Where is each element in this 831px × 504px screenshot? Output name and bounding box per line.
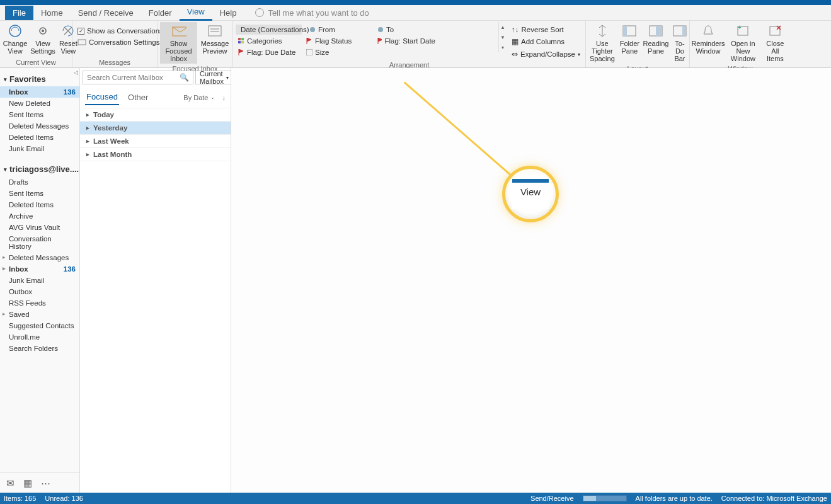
tab-sendreceive[interactable]: Send / Receive xyxy=(71,6,141,20)
tab-view[interactable]: View xyxy=(180,4,212,21)
folder-pane-button[interactable]: Folder Pane xyxy=(619,22,641,56)
arrange-flagdue-button[interactable]: Flag: Due Date xyxy=(236,47,299,57)
svg-point-10 xyxy=(378,27,383,32)
nav-item-new-deleted[interactable]: New Deleted xyxy=(0,98,79,109)
show-as-conversations-checkbox[interactable]: ✓Show as Conversations xyxy=(75,26,168,36)
add-columns-button[interactable]: ▦Add Columns xyxy=(509,36,583,47)
expand-collapse-button[interactable]: ⇔Expand/Collapse▾ xyxy=(509,49,583,60)
tell-me-placeholder: Tell me what you want to do xyxy=(268,8,369,18)
tab-file[interactable]: File xyxy=(5,6,33,20)
nav-item-deleted-items[interactable]: Deleted Items xyxy=(0,199,79,210)
collapse-nav-button[interactable]: ◁ xyxy=(74,69,78,76)
arrange-to-button[interactable]: To xyxy=(375,25,438,35)
nav-item-junk-email[interactable]: Junk Email xyxy=(0,143,79,154)
arrange-categories-button[interactable]: Categories xyxy=(236,36,299,46)
expand-icon: ⇔ xyxy=(512,50,518,59)
nav-item-inbox[interactable]: ▸Inbox136 xyxy=(0,263,79,275)
nav-item-drafts[interactable]: Drafts xyxy=(0,176,79,188)
ribbon: Change View View Settings Reset View Cur… xyxy=(0,21,831,68)
callout-label: View xyxy=(520,186,541,197)
tab-folder[interactable]: Folder xyxy=(141,6,180,20)
tighter-spacing-button[interactable]: Use Tighter Spacing xyxy=(588,22,616,64)
focused-tab[interactable]: Focused xyxy=(85,89,119,105)
show-focused-inbox-button[interactable]: Show Focused Inbox xyxy=(160,22,197,64)
size-icon xyxy=(306,49,312,55)
progress-bar xyxy=(583,495,627,501)
favorites-header[interactable]: ▾Favorites xyxy=(0,72,79,86)
nav-item-sent-items[interactable]: Sent Items xyxy=(0,188,79,199)
title-bar xyxy=(0,0,831,5)
change-view-button[interactable]: Change View xyxy=(3,22,28,56)
message-preview-button[interactable]: Message Preview xyxy=(200,22,230,56)
account-header[interactable]: ▾triciagoss@live.... xyxy=(0,162,79,176)
svg-rect-12 xyxy=(241,38,244,40)
tab-help[interactable]: Help xyxy=(212,6,244,20)
caret-down-icon: ▾ xyxy=(4,166,7,173)
gear-icon xyxy=(35,23,50,38)
view-settings-button[interactable]: View Settings xyxy=(30,22,55,56)
arrange-date-button[interactable]: Date (Conversations) xyxy=(236,25,302,35)
todo-bar-button[interactable]: To-Do Bar xyxy=(671,22,689,64)
flag-icon xyxy=(377,38,382,44)
nav-item-unroll-me[interactable]: Unroll.me xyxy=(0,331,79,343)
from-icon xyxy=(309,26,316,33)
navigation-pane: ◁ ▾Favorites Inbox136New DeletedSent Ite… xyxy=(0,68,80,493)
status-sendreceive: Send/Receive xyxy=(530,495,574,502)
tab-home[interactable]: Home xyxy=(33,6,71,20)
mail-icon[interactable]: ✉ xyxy=(6,478,14,489)
close-all-items-button[interactable]: Close All Items xyxy=(762,22,788,64)
checkbox-icon: ✓ xyxy=(77,28,84,35)
sort-icon: ↑↓ xyxy=(512,26,519,33)
flag-icon xyxy=(306,38,312,44)
arrange-from-button[interactable]: From xyxy=(307,25,370,35)
svg-line-25 xyxy=(404,82,527,189)
focused-inbox-icon xyxy=(171,23,186,38)
date-group-yesterday[interactable]: ▸Yesterday xyxy=(80,122,231,135)
lightbulb-icon xyxy=(255,8,264,17)
to-icon xyxy=(377,26,384,33)
nav-item-sent-items[interactable]: Sent Items xyxy=(0,109,79,120)
nav-item-avg-virus-vault[interactable]: AVG Virus Vault xyxy=(0,222,79,233)
sort-direction-button[interactable]: ↓ xyxy=(222,94,226,101)
arrange-size-button[interactable]: Size xyxy=(304,47,367,57)
nav-item-search-folders[interactable]: Search Folders xyxy=(0,343,79,354)
date-group-last-week[interactable]: ▸Last Week xyxy=(80,135,231,148)
arrangement-scroll[interactable]: ▲▼▾ xyxy=(498,22,507,52)
nav-item-archive[interactable]: Archive xyxy=(0,210,79,222)
reverse-sort-button[interactable]: ↑↓Reverse Sort xyxy=(509,25,583,35)
nav-item-deleted-items[interactable]: Deleted Items xyxy=(0,132,79,143)
preview-icon xyxy=(207,23,222,38)
nav-item-deleted-messages[interactable]: Deleted Messages xyxy=(0,120,79,132)
search-input[interactable]: 🔍 xyxy=(83,71,193,84)
calendar-icon[interactable]: ▦ xyxy=(23,478,32,489)
sort-by-dropdown[interactable]: By Date⌄ xyxy=(183,94,214,101)
date-group-last-month[interactable]: ▸Last Month xyxy=(80,148,231,161)
nav-item-saved[interactable]: ▸Saved xyxy=(0,309,79,320)
nav-item-inbox[interactable]: Inbox136 xyxy=(0,86,79,98)
nav-item-junk-email[interactable]: Junk Email xyxy=(0,275,79,286)
other-tab[interactable]: Other xyxy=(127,90,150,105)
view-tab-callout: View xyxy=(502,166,559,222)
search-icon[interactable]: 🔍 xyxy=(180,73,189,82)
search-scope-dropdown[interactable]: Current Mailbox▾ xyxy=(195,71,233,84)
nav-item-deleted-messages[interactable]: ▸Deleted Messages xyxy=(0,252,79,263)
svg-point-9 xyxy=(310,27,315,32)
todo-icon xyxy=(672,23,687,38)
nav-item-outbox[interactable]: Outbox xyxy=(0,286,79,297)
search-field[interactable] xyxy=(87,74,180,81)
open-new-window-button[interactable]: +Open in New Window xyxy=(726,22,760,64)
svg-rect-15 xyxy=(306,49,312,55)
date-group-today[interactable]: ▸Today xyxy=(80,108,231,122)
arrange-flagstatus-button[interactable]: Flag Status xyxy=(304,36,370,46)
more-icon[interactable]: ⋯ xyxy=(41,478,50,489)
nav-item-rss-feeds[interactable]: RSS Feeds xyxy=(0,297,79,309)
tell-me-search[interactable]: Tell me what you want to do xyxy=(255,8,369,18)
arrange-flagstart-button[interactable]: Flag: Start Date xyxy=(375,36,438,46)
reminders-window-button[interactable]: Reminders Window xyxy=(692,22,724,56)
close-icon xyxy=(767,23,782,38)
svg-rect-3 xyxy=(78,40,86,45)
nav-item-suggested-contacts[interactable]: Suggested Contacts xyxy=(0,320,79,331)
nav-item-conversation-history[interactable]: Conversation History xyxy=(0,233,79,252)
reading-pane-button[interactable]: Reading Pane xyxy=(643,22,668,56)
conversation-settings-button[interactable]: Conversation Settings▾ xyxy=(75,37,168,47)
